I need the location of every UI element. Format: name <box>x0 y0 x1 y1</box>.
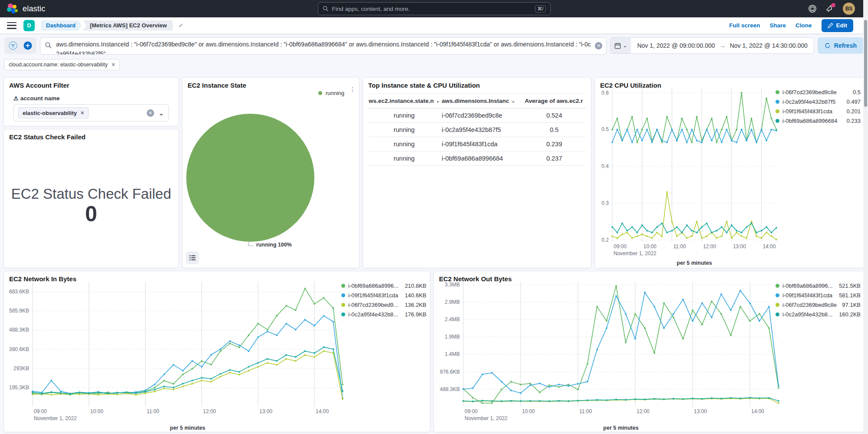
pie-slice-running[interactable] <box>186 114 314 242</box>
instances-table: ws.ec2.instance.state.n⌄ aws.dimensions.… <box>368 93 586 166</box>
chevron-down-icon: ⌄ <box>512 99 515 103</box>
pie-legend-item-running[interactable]: running <box>318 90 344 96</box>
calendar-icon[interactable]: ⌄ <box>611 38 631 53</box>
date-picker[interactable]: ⌄ Nov 1, 2022 @ 09:00:00.000 → Nov 1, 20… <box>610 37 814 54</box>
legend-dot <box>776 293 779 297</box>
scrollbar-thumb[interactable] <box>864 20 867 107</box>
net_in-legend-item[interactable]: i-06f7cd2369bed9...136.2KB <box>341 302 426 308</box>
deployment-icon[interactable] <box>808 4 817 13</box>
net_out-legend-item[interactable]: i-09f1f645f483f1cda581.1KB <box>776 292 861 299</box>
network-out-chart[interactable]: 09:0010:0011:0012:0013:0014:003.3MB2.9MB… <box>437 282 779 432</box>
clear-selection-icon[interactable]: ✕ <box>147 109 154 117</box>
cpu-legend-item[interactable]: i-09f1f645f483f1cda0.201 <box>776 108 861 115</box>
legend-value: 521.5KB <box>839 283 861 289</box>
selected-account-pill[interactable]: elastic-observability ✕ <box>18 107 89 118</box>
edit-button[interactable]: Edit <box>822 19 854 32</box>
pie-callout: running 100% <box>248 240 292 246</box>
remove-account-icon[interactable]: ✕ <box>80 110 84 116</box>
newsfeed-icon[interactable] <box>825 4 834 13</box>
cpu-legend-item[interactable]: i-0bf69a686a89966840.233 <box>776 118 861 124</box>
refresh-button[interactable]: Refresh <box>818 37 864 54</box>
net_in-x-tick-label: 14:00 <box>316 408 329 414</box>
table-row[interactable]: runningi-06f7cd2369bed9c8e0.524 <box>368 108 586 123</box>
clone-link[interactable]: Clone <box>795 22 812 29</box>
breadcrumb-dashboard[interactable]: Dashboard <box>41 20 82 31</box>
column-header-instance-state[interactable]: ws.ec2.instance.state.n⌄ <box>368 94 440 108</box>
net_in-legend-item[interactable]: i-0bf69a686a8996...210.8KB <box>341 283 426 289</box>
net_out-plot-area[interactable] <box>463 282 779 407</box>
chevron-down-icon[interactable]: ⌄ <box>158 109 164 117</box>
net_in-legend-item[interactable]: i-09f1f645f483f1cda140.6KB <box>341 292 426 299</box>
filter-pill-cloud-account[interactable]: cloud.account.name: elastic-observabilit… <box>4 59 120 70</box>
network-in-chart-legend: i-0bf69a686a8996...210.8KBi-09f1f645f483… <box>341 283 426 318</box>
date-start[interactable]: Nov 1, 2022 @ 09:00:00.000 <box>637 42 715 49</box>
panel-options-icon[interactable]: ⋮ <box>350 88 355 91</box>
legend-value: 136.2KB <box>405 302 426 308</box>
cpu-legend-item[interactable]: i-0c2a95f4e432b87f50.497 <box>776 99 861 105</box>
net_out-legend-item[interactable]: i-06f7cd2369bed9c8e97.1KB <box>776 302 861 308</box>
net_out-y-tick-label: 1.4MB <box>437 351 460 357</box>
table-body: runningi-06f7cd2369bed9c8e0.524runningi-… <box>368 108 586 166</box>
full-screen-link[interactable]: Full screen <box>729 22 760 29</box>
saved-check-icon[interactable]: ✓ <box>178 22 183 29</box>
query-text: aws.dimensions.InstanceId : "i-06f7cd236… <box>56 39 591 55</box>
share-link[interactable]: Share <box>769 22 786 29</box>
legend-dot <box>341 312 345 316</box>
add-filter-icon[interactable] <box>22 39 34 52</box>
query-search-icon <box>45 42 52 49</box>
network-in-chart[interactable]: 09:0010:0011:0012:0013:0014:00683.6KB585… <box>7 282 343 432</box>
panel-ec2-cpu-utilization: EC2 CPU Utilization 09:0010:0011:0012:00… <box>594 77 865 268</box>
table-row[interactable]: runningi-09f1f645f483f1cda0.239 <box>368 137 586 151</box>
breadcrumb: Dashboard [Metrics AWS] EC2 Overview ✓ <box>41 20 183 31</box>
legend-label: i-09f1f645f483f1cda <box>782 108 843 115</box>
saved-query-icon[interactable] <box>7 39 19 52</box>
net_out-x-tick-label: 12:00 <box>637 408 650 414</box>
legend-label: i-0c2a95f4e432b8... <box>782 311 836 318</box>
net_in-plot-area[interactable] <box>33 282 343 407</box>
net_out-legend-item[interactable]: i-0c2a95f4e432b8...160.2KB <box>776 311 861 318</box>
net_in-y-tick-label: 390.6KB <box>7 346 29 352</box>
net_out-legend-item[interactable]: i-0bf69a686a8996...521.5KB <box>776 283 861 289</box>
query-icon-group <box>4 37 36 54</box>
elastic-logo[interactable]: elastic <box>7 3 45 14</box>
legend-label: i-06f7cd2369bed9c8e <box>782 302 839 308</box>
net_out-x-tick-label: 14:00 <box>751 408 764 414</box>
refresh-icon <box>825 43 831 49</box>
query-clear-icon[interactable]: ✕ <box>595 42 602 49</box>
legend-label: i-0c2a95f4e432b87f5 <box>782 99 843 105</box>
page-scrollbar[interactable] <box>863 0 868 434</box>
avatar[interactable]: BS <box>843 3 855 15</box>
date-end[interactable]: Nov 1, 2022 @ 14:30:00.000 <box>730 42 808 49</box>
cpu-utilization-chart[interactable]: 09:0010:0011:0012:0013:0014:000.60.50.40… <box>599 87 776 267</box>
net_out-y-tick-label: 1.9MB <box>437 334 460 340</box>
net_in-y-tick-label: 488.3KB <box>7 327 29 333</box>
query-input[interactable]: aws.dimensions.InstanceId : "i-06f7cd236… <box>40 37 607 55</box>
net_in-legend-item[interactable]: i-0c2a95f4e432b8...176.9KB <box>341 311 426 318</box>
cpu-plot-area[interactable] <box>612 87 776 242</box>
legend-label: i-0c2a95f4e432b8... <box>348 311 402 318</box>
breadcrumb-current-page[interactable]: [Metrics AWS] EC2 Overview <box>83 20 173 31</box>
legend-label: i-06f7cd2369bed9... <box>348 302 402 308</box>
legend-toggle-icon[interactable] <box>186 251 199 264</box>
column-header-average[interactable]: ↓ Average of aws.ec2.r⌄ <box>523 94 586 108</box>
remove-filter-icon[interactable]: ✕ <box>111 62 116 68</box>
legend-value: 97.1KB <box>842 302 861 308</box>
panel-title: EC2 Status Check Failed <box>4 129 178 141</box>
table-row[interactable]: runningi-0c2a95f4e432b87f50.5 <box>368 123 586 137</box>
legend-value: 0.497 <box>846 99 861 105</box>
table-row[interactable]: runningi-0bf69a686a89966840.237 <box>368 151 586 166</box>
cpu-legend-item[interactable]: i-06f7cd2369bed9c8e0.5 <box>776 89 861 95</box>
space-badge[interactable]: D <box>23 20 35 31</box>
global-search-input[interactable]: Find apps, content, and more. ⌘/ <box>318 2 551 15</box>
account-name-combobox[interactable]: elastic-observability ✕ ✕ ⌄ <box>13 104 169 122</box>
menu-icon[interactable] <box>7 22 17 29</box>
cpu-x-tick-label: 11:00 <box>673 243 686 250</box>
cpu-date-label: November 1, 2022 <box>614 250 657 256</box>
chevron-down-icon: ⌄ <box>436 99 439 103</box>
net_out-x-tick-label: 13:00 <box>694 408 707 414</box>
cell-average-value: 0.524 <box>523 108 586 122</box>
column-header-instance-id[interactable]: aws.dimensions.Instanc⌄ <box>440 94 522 108</box>
cell-average-value: 0.239 <box>523 137 586 151</box>
legend-value: 176.9KB <box>405 311 426 318</box>
cell-instance-state: running <box>368 108 440 122</box>
